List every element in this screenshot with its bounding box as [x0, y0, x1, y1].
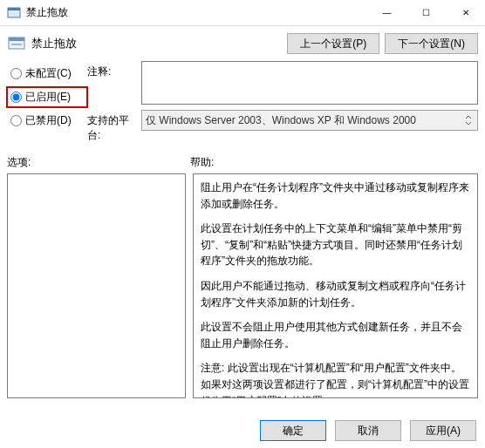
radio-disabled-input[interactable]: [10, 115, 22, 126]
cancel-button[interactable]: 取消: [335, 420, 401, 441]
dialog-footer: 确定 取消 应用(A): [260, 420, 476, 441]
policy-title: 禁止拖放: [31, 36, 282, 51]
radio-not-configured[interactable]: 未配置(C): [10, 66, 84, 81]
maximize-button[interactable]: ☐: [406, 0, 446, 26]
comment-label: 注释:: [87, 61, 141, 79]
help-paragraph: 此设置在计划任务中的上下文菜单和“编辑”菜单中禁用“剪切”、“复制”和“粘贴”快…: [201, 221, 470, 269]
help-pane[interactable]: 阻止用户在“任务计划程序”文件夹中通过移动或复制程序来添加或删除任务。 此设置在…: [193, 173, 478, 398]
radio-not-configured-input[interactable]: [10, 68, 22, 79]
radio-disabled-label: 已禁用(D): [25, 113, 72, 128]
next-setting-button[interactable]: 下一个设置(N): [385, 33, 478, 54]
titlebar: 禁止拖放 — ☐ ✕: [0, 0, 485, 26]
radio-enabled[interactable]: 已启用(E): [6, 86, 88, 108]
apply-button[interactable]: 应用(A): [410, 420, 476, 441]
svg-rect-4: [11, 44, 22, 45]
help-paragraph: 阻止用户在“任务计划程序”文件夹中通过移动或复制程序来添加或删除任务。: [201, 180, 470, 212]
radio-not-configured-label: 未配置(C): [25, 66, 72, 81]
supported-platform-value: 仅 Windows Server 2003、Windows XP 和 Windo…: [146, 113, 416, 128]
ok-button[interactable]: 确定: [260, 420, 326, 441]
svg-rect-3: [9, 37, 24, 41]
radio-disabled[interactable]: 已禁用(D): [10, 113, 84, 128]
radio-enabled-input[interactable]: [10, 92, 22, 103]
state-radio-group: 未配置(C) 已启用(E) 已禁用(D): [2, 61, 87, 128]
options-section-label: 选项:: [7, 155, 190, 170]
chevron-updown-icon: [461, 112, 475, 128]
radio-enabled-label: 已启用(E): [25, 90, 71, 105]
supported-platform-field[interactable]: 仅 Windows Server 2003、Windows XP 和 Windo…: [141, 110, 478, 131]
svg-rect-1: [8, 8, 20, 10]
prev-setting-button[interactable]: 上一个设置(P): [287, 33, 379, 54]
window-title: 禁止拖放: [26, 5, 367, 20]
help-section-label: 帮助:: [190, 155, 214, 170]
comment-textarea[interactable]: [141, 61, 478, 105]
options-pane[interactable]: [7, 173, 186, 398]
platform-label: 支持的平台:: [87, 110, 141, 143]
help-paragraph: 注意: 此设置出现在“计算机配置”和“用户配置”文件夹中。如果对这两项设置都进行…: [201, 360, 470, 398]
help-paragraph: 此设置不会阻止用户使用其他方式创建新任务，并且不会阻止用户删除任务。: [201, 319, 470, 351]
minimize-button[interactable]: —: [367, 0, 406, 26]
policy-icon: [7, 34, 26, 53]
policy-header: 禁止拖放 上一个设置(P) 下一个设置(N): [0, 26, 485, 61]
help-paragraph: 因此用户不能通过拖动、移动或复制文档或程序向“任务计划程序”文件夹添加新的计划任…: [201, 278, 470, 310]
app-icon: [7, 6, 21, 20]
close-button[interactable]: ✕: [446, 0, 485, 26]
